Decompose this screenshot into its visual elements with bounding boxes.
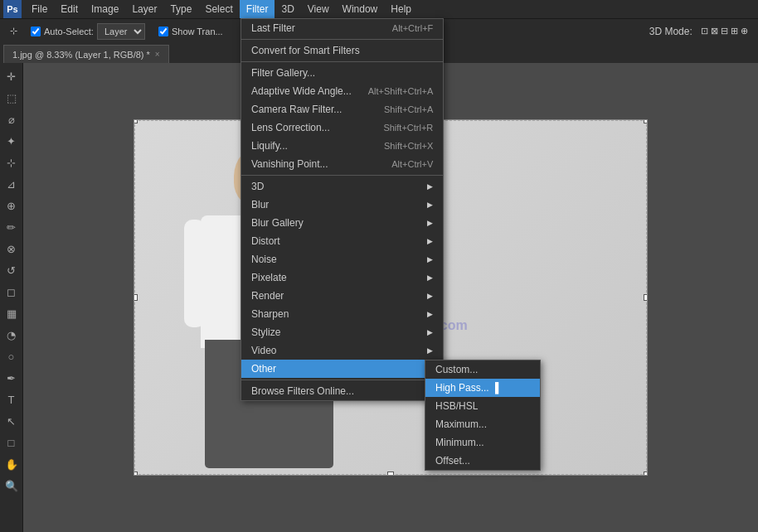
- filter-blur-gallery[interactable]: Blur Gallery: [241, 214, 443, 232]
- gradient-tool[interactable]: ▦: [2, 303, 22, 323]
- submenu-maximum[interactable]: Maximum...: [425, 415, 540, 433]
- filter-camera-raw[interactable]: Camera Raw Filter... Shift+Ctrl+A: [241, 100, 443, 118]
- menu-filter[interactable]: Filter: [240, 0, 275, 18]
- filter-gallery[interactable]: Filter Gallery...: [241, 64, 443, 82]
- lens-correction-shortcut: Shift+Ctrl+R: [383, 123, 433, 133]
- shape-tool[interactable]: □: [2, 433, 22, 452]
- last-filter-label: Last Filter: [251, 22, 295, 34]
- tools-panel: ✛ ⬚ ⌀ ✦ ⊹ ⊿ ⊕ ✏ ⊗ ↺ ◻ ▦ ◔ ○ ✒ T ↖ □ ✋ 🔍: [0, 63, 23, 532]
- filter-convert-smart[interactable]: Convert for Smart Filters: [241, 41, 443, 60]
- filter-other[interactable]: Other Custom... High Pass... ▌ HSB/HSL M…: [241, 360, 443, 378]
- auto-select-checkbox[interactable]: [31, 27, 41, 36]
- handle-tr[interactable]: [644, 119, 648, 123]
- separator-2: [241, 61, 443, 62]
- menu-help[interactable]: Help: [384, 0, 418, 18]
- type-tool[interactable]: T: [2, 389, 22, 409]
- toolbar-right: 3D Mode: ⊡ ⊠ ⊟ ⊞ ⊕: [649, 24, 753, 38]
- other-label: Other: [251, 363, 276, 375]
- handle-bl[interactable]: [134, 472, 138, 476]
- filter-lens-correction[interactable]: Lens Correction... Shift+Ctrl+R: [241, 118, 443, 137]
- submenu-custom[interactable]: Custom...: [425, 360, 540, 379]
- filter-adaptive-wide[interactable]: Adaptive Wide Angle... Alt+Shift+Ctrl+A: [241, 82, 443, 100]
- submenu-offset[interactable]: Offset...: [425, 452, 540, 470]
- brush-tool[interactable]: ✏: [2, 217, 22, 237]
- 3d-mode-label: 3D Mode:: [649, 26, 692, 37]
- convert-smart-label: Convert for Smart Filters: [251, 45, 360, 56]
- filter-sharpen[interactable]: Sharpen: [241, 305, 443, 323]
- noise-label: Noise: [251, 254, 277, 265]
- filter-render[interactable]: Render: [241, 287, 443, 305]
- sharpen-label: Sharpen: [251, 308, 289, 320]
- clone-tool[interactable]: ⊗: [2, 239, 22, 259]
- filter-video[interactable]: Video: [241, 341, 443, 360]
- menu-type[interactable]: Type: [163, 0, 198, 18]
- filter-blur[interactable]: Blur: [241, 196, 443, 214]
- handle-ml[interactable]: [134, 294, 138, 301]
- move-tool[interactable]: ✛: [2, 66, 22, 86]
- eraser-tool[interactable]: ◻: [2, 282, 22, 302]
- filter-noise[interactable]: Noise: [241, 250, 443, 268]
- submenu-minimum[interactable]: Minimum...: [425, 433, 540, 452]
- browse-online-label: Browse Filters Online...: [251, 385, 354, 397]
- menu-select[interactable]: Select: [198, 0, 239, 18]
- 3d-label: 3D: [251, 181, 264, 192]
- menu-3d[interactable]: 3D: [275, 0, 300, 18]
- handle-tl[interactable]: [134, 119, 138, 123]
- separator-3: [241, 175, 443, 176]
- hand-tool[interactable]: ✋: [2, 454, 22, 474]
- menu-file[interactable]: File: [25, 0, 54, 18]
- history-tool[interactable]: ↺: [2, 260, 22, 280]
- dodge-tool[interactable]: ○: [2, 346, 22, 366]
- crop-tool[interactable]: ⊹: [2, 152, 22, 172]
- menu-layer[interactable]: Layer: [125, 0, 163, 18]
- other-submenu: Custom... High Pass... ▌ HSB/HSL Maximum…: [425, 360, 541, 471]
- lens-correction-label: Lens Correction...: [251, 122, 330, 133]
- person-left-arm: [184, 220, 205, 327]
- auto-select-label: Auto-Select: Layer: [26, 22, 150, 41]
- submenu-high-pass[interactable]: High Pass... ▌: [425, 379, 540, 397]
- path-select-tool[interactable]: ↖: [2, 411, 22, 431]
- filter-last-filter[interactable]: Last Filter Alt+Ctrl+F: [241, 19, 443, 37]
- layer-select[interactable]: Layer: [97, 23, 145, 40]
- submenu-hsb-hsl[interactable]: HSB/HSL: [425, 397, 540, 415]
- filter-menu: Last Filter Alt+Ctrl+F Convert for Smart…: [241, 18, 444, 401]
- show-transform-checkbox[interactable]: [158, 27, 168, 36]
- marquee-tool[interactable]: ⬚: [2, 88, 22, 108]
- blur-tool[interactable]: ◔: [2, 325, 22, 345]
- filter-gallery-label: Filter Gallery...: [251, 67, 315, 79]
- filter-pixelate[interactable]: Pixelate: [241, 268, 443, 287]
- document-tab[interactable]: 1.jpg @ 8.33% (Layer 1, RGB/8) * ×: [3, 45, 169, 63]
- eyedropper-tool[interactable]: ⊿: [2, 174, 22, 194]
- handle-bm[interactable]: [387, 472, 394, 476]
- last-filter-shortcut: Alt+Ctrl+F: [392, 23, 434, 33]
- lasso-tool[interactable]: ⌀: [2, 109, 22, 129]
- 3d-toolbar-icons: ⊡ ⊠ ⊟ ⊞ ⊕: [696, 24, 753, 38]
- filter-distort[interactable]: Distort: [241, 232, 443, 250]
- tab-close-button[interactable]: ×: [155, 50, 160, 59]
- handle-mr[interactable]: [644, 294, 648, 301]
- handle-br[interactable]: [644, 472, 648, 476]
- magic-wand-tool[interactable]: ✦: [2, 131, 22, 151]
- zoom-tool[interactable]: 🔍: [2, 476, 22, 496]
- tab-filename: 1.jpg @ 8.33% (Layer 1, RGB/8) *: [12, 50, 150, 60]
- vanishing-point-label: Vanishing Point...: [251, 158, 328, 170]
- auto-select-text: Auto-Select:: [44, 27, 94, 36]
- menu-image[interactable]: Image: [85, 0, 125, 18]
- liquify-label: Liquify...: [251, 140, 288, 152]
- menu-edit[interactable]: Edit: [54, 0, 85, 18]
- separator-4: [241, 380, 443, 380]
- menu-bar: Ps File Edit Image Layer Type Select Fil…: [0, 0, 758, 18]
- filter-stylize[interactable]: Stylize: [241, 323, 443, 341]
- menu-window[interactable]: Window: [336, 0, 385, 18]
- blur-label: Blur: [251, 199, 269, 210]
- filter-browse-online[interactable]: Browse Filters Online...: [241, 382, 443, 400]
- cursor-indicator: ▌: [495, 382, 503, 394]
- menu-view[interactable]: View: [301, 0, 336, 18]
- filter-vanishing-point[interactable]: Vanishing Point... Alt+Ctrl+V: [241, 155, 443, 173]
- pen-tool[interactable]: ✒: [2, 368, 22, 388]
- filter-liquify[interactable]: Liquify... Shift+Ctrl+X: [241, 137, 443, 155]
- blur-gallery-label: Blur Gallery: [251, 217, 304, 229]
- show-transform-label: Show Tran...: [153, 25, 228, 38]
- filter-3d[interactable]: 3D: [241, 177, 443, 196]
- heal-tool[interactable]: ⊕: [2, 196, 22, 215]
